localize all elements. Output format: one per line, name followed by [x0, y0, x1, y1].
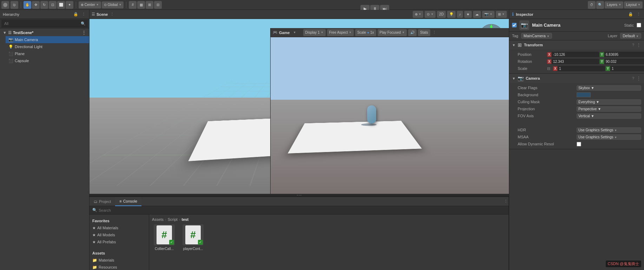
rotation-x-input[interactable]: [552, 59, 599, 64]
scene-2d-btn[interactable]: 2D: [437, 11, 446, 18]
light-icon: 💡: [8, 45, 13, 49]
rot-y-label: Y: [600, 59, 604, 64]
breadcrumb-script[interactable]: Script: [168, 217, 178, 222]
hierarchy-search-input[interactable]: [1, 20, 88, 27]
play-focused-btn[interactable]: Play Focused ▼: [378, 29, 407, 36]
search-btn[interactable]: 🔍: [596, 1, 604, 9]
scene-menu-dots[interactable]: ⋮: [81, 30, 86, 35]
layer-value: Default: [623, 34, 635, 38]
inspector-menu-btn[interactable]: ⋮: [636, 12, 641, 17]
game-tab-dropdown[interactable]: ▼: [292, 30, 298, 35]
display-selector[interactable]: Display 1 ▼: [303, 29, 326, 36]
scene-gizmo-btn[interactable]: ⊞▼: [496, 11, 507, 18]
game-stats-btn[interactable]: Stats: [418, 29, 430, 36]
object-active-checkbox[interactable]: [512, 23, 517, 27]
dynamic-resol-row: Allow Dynamic Resol: [509, 140, 644, 147]
hierarchy-menu-btn[interactable]: ⋮: [81, 12, 86, 17]
camera-header[interactable]: ▼ 📷 Camera ? ⋮: [509, 74, 644, 83]
layers-btn[interactable]: Layers ▼: [605, 1, 623, 8]
scene-toolbar: ☰ Scene ⋮ ⊕▼ ⊙▼ 2D 💡 ♪ ★ ☁ 📷▼ ⊞▼: [89, 10, 509, 19]
grid-settings-btn[interactable]: ▦: [137, 1, 145, 9]
move-tool-btn[interactable]: ✥: [32, 1, 40, 9]
grid-axis-btn[interactable]: ⊟: [154, 1, 162, 9]
hierarchy-dirlight-item[interactable]: 💡 Directional Light: [6, 43, 89, 50]
culling-mask-dropdown[interactable]: Everything ▼: [577, 99, 641, 105]
global-btn[interactable]: ⊙ Global ▼: [102, 1, 124, 8]
scale-value: 1x: [370, 31, 374, 34]
pivot-btn[interactable]: ⊕ Center ▼: [79, 1, 101, 8]
tab-project[interactable]: 🗂 Project: [89, 197, 115, 206]
hdr-label: HDR: [518, 128, 574, 132]
assets-section-label: Assets: [92, 251, 105, 255]
static-checkbox[interactable]: [637, 23, 641, 27]
background-color-swatch[interactable]: [577, 92, 591, 97]
scene-lighting-btn[interactable]: 💡: [447, 11, 456, 18]
camera-comp-icon: 📷: [518, 75, 524, 81]
tag-dropdown[interactable]: MainCamera ▼: [521, 33, 552, 39]
aspect-selector[interactable]: Free Aspect ▼: [327, 29, 354, 36]
grid-vis-btn[interactable]: ⊞: [146, 1, 153, 9]
asset-item-0[interactable]: ✓ CollierCall...: [152, 224, 177, 251]
transform-menu-icon[interactable]: ⋮: [636, 42, 641, 48]
dynamic-resol-checkbox[interactable]: [577, 142, 581, 146]
position-x-input[interactable]: [552, 52, 599, 57]
camera-help-icon[interactable]: ?: [632, 76, 634, 80]
scale-y-input[interactable]: [610, 66, 644, 71]
pos-y-label: Y: [600, 52, 604, 57]
scene-menu-btn[interactable]: ⋮: [109, 12, 115, 17]
game-audio-btn[interactable]: 🔊: [408, 29, 417, 36]
scene-audio-btn[interactable]: ♪: [457, 11, 463, 18]
scene-resize-handle[interactable]: • • •: [89, 194, 509, 196]
scale-label: Scale: [518, 66, 546, 71]
game-menu-btn[interactable]: ⋮: [432, 30, 437, 35]
all-prefabs-item[interactable]: ★ All Prefabs: [89, 238, 149, 245]
camera-fold-icon: ▼: [512, 77, 516, 80]
tab-console[interactable]: ≡ Console: [115, 197, 141, 206]
all-models-item[interactable]: ★ All Models: [89, 231, 149, 238]
hierarchy-scene-item[interactable]: ▼ ☰ TestScene* ⋮: [0, 29, 89, 36]
transform-header[interactable]: ▼ ⊞ Transform ? ⋮: [509, 40, 644, 50]
scene-camera-btn[interactable]: 📷▼: [482, 11, 494, 18]
breadcrumb-assets[interactable]: Assets: [152, 217, 164, 222]
scale-lock-icon[interactable]: ⊟: [547, 66, 550, 71]
scene-overlay-btn[interactable]: ☁: [473, 11, 481, 18]
rotate-tool-btn[interactable]: ↻: [40, 1, 48, 9]
breadcrumb-test[interactable]: test: [181, 217, 188, 222]
hierarchy-lock-btn[interactable]: 🔒: [73, 12, 79, 17]
scale-tool-btn[interactable]: ⊡: [49, 1, 57, 9]
fov-dropdown[interactable]: Vertical ▼: [577, 113, 641, 119]
camera-culling-row: Culling Mask Everything ▼: [509, 98, 644, 105]
msaa-dropdown[interactable]: Use Graphics Settings ▼: [577, 134, 641, 140]
hdr-dropdown[interactable]: Use Graphics Settings ▼: [577, 127, 641, 133]
scene-tool-a[interactable]: ⊕▼: [413, 11, 424, 18]
layer-dropdown[interactable]: Default ▼: [620, 33, 641, 39]
scale-control[interactable]: Scale ● 1x: [355, 29, 376, 36]
project-search-input[interactable]: [99, 208, 506, 212]
layout-btn[interactable]: Layout ▼: [624, 1, 643, 8]
materials-label: Materials: [99, 258, 114, 262]
scene-fx-btn[interactable]: ★: [464, 11, 472, 18]
transform-help-icon[interactable]: ?: [632, 43, 634, 47]
all-materials-item[interactable]: ★ All Materials: [89, 224, 149, 231]
project-menu-btn[interactable]: ⋮: [503, 199, 509, 204]
collab-btn[interactable]: ⏱: [588, 1, 596, 9]
resources-item[interactable]: 📁 Resources: [89, 264, 149, 270]
hierarchy-plane-item[interactable]: ⬛ Plane: [6, 50, 89, 57]
position-y-input[interactable]: [604, 52, 644, 57]
rect-tool-btn[interactable]: ⬜: [57, 1, 65, 9]
hand-tool-btn[interactable]: ✋: [24, 1, 31, 9]
hierarchy-maincam-item[interactable]: 📷 Main Camera: [6, 36, 89, 43]
scale-x-input[interactable]: [558, 66, 605, 71]
rotation-y-input[interactable]: [604, 59, 644, 64]
projection-dropdown[interactable]: Perspective ▼: [577, 106, 641, 112]
hierarchy-capsule-item[interactable]: ⬛ Capsule: [6, 57, 89, 64]
grid-snap-btn[interactable]: #: [129, 1, 137, 9]
multi-tool-btn[interactable]: ✦: [66, 1, 73, 9]
scene-tool-b[interactable]: ⊙▼: [425, 11, 436, 18]
materials-item[interactable]: 📁 Materials: [89, 257, 149, 264]
clear-flags-dropdown[interactable]: Skybox ▼: [577, 85, 641, 91]
camera-menu-icon[interactable]: ⋮: [636, 75, 641, 81]
clear-flags-label: Clear Flags: [518, 86, 574, 90]
inspector-lock-btn[interactable]: 🔒: [628, 12, 633, 17]
asset-item-1[interactable]: ✓ playerCont...: [181, 224, 205, 251]
